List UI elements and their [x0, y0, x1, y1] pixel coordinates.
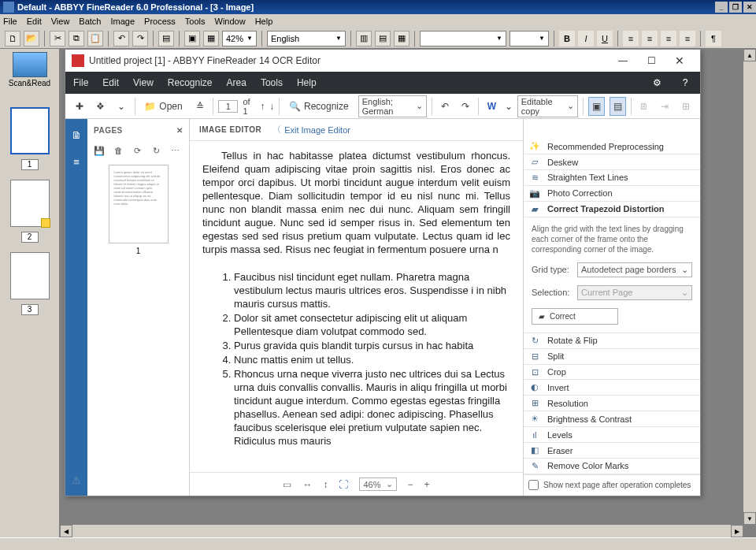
refresh-icon[interactable]: ⟳ — [132, 146, 143, 156]
inner-undo-icon[interactable]: ↶ — [436, 97, 453, 116]
side-item-levels[interactable]: ιlLevels — [524, 427, 700, 443]
tool-b-icon[interactable]: ⇥ — [657, 97, 673, 116]
zoom-combo[interactable]: 42%▼ — [222, 31, 257, 46]
rail-warning-icon[interactable]: ⚠ — [69, 472, 84, 488]
tool-c-icon[interactable]: ⊞ — [678, 97, 695, 116]
layers-icon[interactable]: ❖ — [93, 97, 109, 116]
page-number-input[interactable]: 1 — [218, 100, 238, 113]
editable-copy-select[interactable]: Editable copy⌄ — [517, 95, 579, 117]
grid-type-select[interactable]: Autodetect page borders⌄ — [577, 262, 692, 277]
settings-icon[interactable]: ⚙ — [650, 76, 664, 90]
scanner-icon[interactable]: ≙ — [192, 97, 209, 116]
fit-page-icon[interactable]: ▭ — [283, 479, 291, 490]
inner-menu-view[interactable]: View — [133, 77, 154, 88]
exit-image-editor-link[interactable]: 〈Exit Image Editor — [272, 124, 350, 136]
chevron-down-icon[interactable]: ⌄ — [113, 97, 130, 116]
open-button[interactable]: 📁 Open — [139, 97, 187, 116]
side-item-brightness[interactable]: ☀Brightness & Contrast — [524, 411, 700, 427]
side-item-trapezoid[interactable]: ▰Correct Trapezoid Distortion — [524, 202, 700, 217]
tool3-icon[interactable]: ▦ — [203, 31, 219, 46]
inner-menu-help[interactable]: Help — [297, 77, 317, 88]
menu-view[interactable]: View — [51, 17, 70, 26]
help-icon[interactable]: ? — [678, 76, 692, 90]
side-item-invert[interactable]: ◐Invert — [524, 380, 700, 396]
bold-icon[interactable]: B — [559, 31, 575, 46]
scan-read-button[interactable]: Scan&Read — [6, 52, 54, 91]
view3-icon[interactable]: ▦ — [394, 31, 410, 46]
inner-close-button[interactable]: ✕ — [665, 50, 694, 72]
page-up-icon[interactable]: ↑ — [260, 101, 265, 112]
language-combo[interactable]: English▼ — [267, 31, 346, 46]
align-right-icon[interactable]: ≡ — [661, 31, 676, 46]
side-item-rotate[interactable]: ↻Rotate & Flip — [524, 333, 700, 349]
tool2-icon[interactable]: ▣ — [184, 31, 200, 46]
rail-pages-icon[interactable]: 🗎 — [69, 127, 84, 143]
outer-thumb-1[interactable] — [10, 107, 50, 154]
zoom-in-icon[interactable]: + — [424, 479, 430, 490]
side-item-crop[interactable]: ⊡Crop — [524, 365, 700, 381]
document-canvas[interactable]: Tellus in hac habitasse platea dictumst … — [190, 141, 523, 472]
paste-icon[interactable]: 📋 — [87, 31, 103, 46]
correct-button[interactable]: ▰Correct — [532, 308, 618, 325]
outer-v-scrollbar[interactable]: ▲▼ — [743, 49, 756, 525]
outer-thumb-3[interactable] — [10, 252, 50, 299]
save-icon[interactable]: 💾 — [94, 146, 105, 156]
inner-maximize-button[interactable]: ☐ — [637, 50, 665, 72]
inner-menu-area[interactable]: Area — [227, 77, 246, 88]
outer-h-scrollbar[interactable]: ◀▶ — [60, 525, 743, 537]
menu-image[interactable]: Image — [111, 17, 135, 26]
view2-icon[interactable]: ▤ — [375, 31, 391, 46]
tool-a-icon[interactable]: 🗎 — [636, 97, 653, 116]
side-item-eraser[interactable]: ◧Eraser — [524, 443, 700, 459]
view-image-icon[interactable]: ▣ — [588, 97, 605, 116]
new-project-icon[interactable]: ✚ — [72, 97, 88, 116]
page-down-icon[interactable]: ↓ — [269, 101, 274, 112]
rail-list-icon[interactable]: ≡ — [69, 154, 84, 169]
redo-icon[interactable]: ↷ — [132, 31, 148, 46]
empty-combo-1[interactable]: ▼ — [420, 31, 506, 46]
side-item-straighten[interactable]: ≋Straighten Text Lines — [524, 170, 700, 186]
inner-minimize-button[interactable]: — — [609, 50, 637, 72]
recognize-button[interactable]: 🔍 Recognize — [284, 97, 354, 116]
tool-icon[interactable]: ▤ — [158, 31, 174, 46]
close-button[interactable]: ✕ — [743, 2, 756, 13]
menu-help[interactable]: Help — [255, 17, 273, 26]
pages-close-icon[interactable]: ✕ — [176, 126, 183, 135]
menu-edit[interactable]: Edit — [27, 17, 42, 26]
menu-file[interactable]: File — [3, 17, 17, 26]
menu-window[interactable]: Window — [215, 17, 246, 26]
restore-button[interactable]: ❐ — [729, 2, 742, 13]
side-item-split[interactable]: ⊟Split — [524, 349, 700, 365]
inner-menu-file[interactable]: File — [73, 77, 88, 88]
menu-process[interactable]: Process — [144, 17, 176, 26]
more-icon[interactable]: ⋯ — [169, 146, 180, 156]
fit-width-icon[interactable]: ↔ — [302, 479, 312, 490]
rotate-icon[interactable]: ↻ — [150, 146, 161, 156]
undo-icon[interactable]: ↶ — [113, 31, 129, 46]
inner-menu-recognize[interactable]: Recognize — [168, 77, 213, 88]
align-justify-icon[interactable]: ≡ — [680, 31, 695, 46]
align-center-icon[interactable]: ≡ — [642, 31, 658, 46]
underline-icon[interactable]: U — [597, 31, 613, 46]
zoom-out-icon[interactable]: − — [408, 479, 413, 490]
side-item-recommended[interactable]: ✨Recommended Preprocessing — [524, 139, 700, 154]
menu-tools[interactable]: Tools — [185, 17, 206, 26]
empty-combo-2[interactable]: ▼ — [510, 31, 549, 46]
selection-select[interactable]: Current Page⌄ — [577, 285, 692, 300]
fit-height-icon[interactable]: ↕ — [323, 479, 328, 490]
inner-redo-icon[interactable]: ↷ — [458, 97, 474, 116]
minimize-button[interactable]: _ — [715, 2, 728, 13]
open-icon[interactable]: 📂 — [24, 31, 39, 46]
outer-thumb-2[interactable] — [10, 180, 50, 227]
show-next-checkbox[interactable] — [528, 480, 539, 490]
new-icon[interactable]: 🗋 — [5, 31, 20, 46]
side-item-deskew[interactable]: ▱Deskew — [524, 154, 700, 170]
inner-menu-edit[interactable]: Edit — [102, 77, 119, 88]
page-thumbnail[interactable]: Lorem ipsum dolor sit amet consectetur a… — [109, 165, 169, 243]
side-item-photo[interactable]: 📷Photo Correction — [524, 186, 700, 202]
fullscreen-icon[interactable]: ⛶ — [339, 479, 348, 490]
export-chevron-icon[interactable]: ⌄ — [505, 101, 513, 112]
inner-menu-tools[interactable]: Tools — [261, 77, 283, 88]
side-item-resolution[interactable]: ⊞Resolution — [524, 396, 700, 411]
side-item-colormarks[interactable]: ✎Remove Color Marks — [524, 459, 700, 474]
